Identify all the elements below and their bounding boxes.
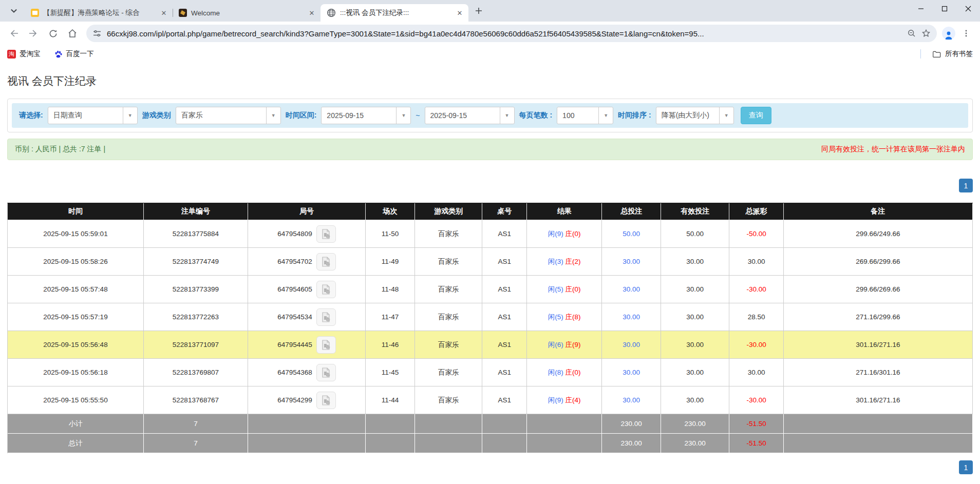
new-tab-button[interactable]: [472, 4, 486, 18]
result-banker: 庄(0): [566, 369, 581, 376]
currency-summary: 币别 : 人民币 | 总共 :7 注单 |: [15, 145, 105, 154]
result-banker: 庄(0): [566, 285, 581, 293]
tab-bet-record[interactable]: :::视讯 会员下注纪录::: ✕: [321, 4, 468, 22]
select-label: 请选择:: [19, 111, 43, 120]
cell-remark: 301.16/271.16: [784, 386, 973, 414]
person-icon: [944, 30, 954, 40]
profile-avatar[interactable]: [942, 27, 955, 40]
bookmark-star-icon[interactable]: [921, 29, 931, 38]
game-type-select[interactable]: 百家乐 ▼: [176, 107, 281, 124]
cell-table-no: AS1: [482, 331, 526, 359]
tab-forum[interactable]: 【新提醒】海燕策略论坛 - 综合 ✕: [25, 4, 173, 22]
chevron-down-icon: ▼: [719, 107, 733, 124]
video-replay-button[interactable]: [316, 225, 336, 243]
cell-total-bet[interactable]: 30.00: [602, 359, 661, 386]
video-replay-button[interactable]: [316, 392, 336, 409]
address-bar[interactable]: 66cxkj98.com/ipl/portal.php/game/betreco…: [86, 25, 937, 42]
cell-game: 百家乐: [415, 248, 483, 276]
col-round: 局号: [248, 203, 366, 220]
back-button[interactable]: [5, 25, 23, 42]
close-window-button[interactable]: [956, 0, 980, 17]
cell-valid-bet: 50.00: [661, 220, 729, 248]
video-replay-button[interactable]: [316, 281, 336, 298]
cell-remark: 299.66/269.66: [784, 276, 973, 303]
date-to-select[interactable]: 2025-09-15 ▼: [425, 107, 515, 124]
url-text[interactable]: 66cxkj98.com/ipl/portal.php/game/betreco…: [107, 29, 902, 38]
empty-cell: [527, 434, 602, 453]
cell-round: 647954534: [248, 303, 366, 331]
cell-time: 2025-09-15 05:56:48: [8, 331, 144, 359]
cell-total-bet[interactable]: 30.00: [602, 276, 661, 303]
tab-close-icon[interactable]: ✕: [307, 8, 316, 17]
tab-close-icon[interactable]: ✕: [455, 8, 464, 17]
bookmark-baidu[interactable]: 百度一下: [54, 49, 94, 59]
page-size-select[interactable]: 100 ▼: [557, 107, 613, 124]
video-replay-button[interactable]: [316, 308, 336, 326]
cell-remark: 271.16/299.66: [784, 303, 973, 331]
cell-payout: -30.00: [729, 386, 783, 414]
minimize-button[interactable]: [909, 0, 933, 17]
chevron-down-icon: ▼: [266, 107, 280, 124]
tab-search-button[interactable]: [6, 3, 22, 18]
chevron-down-icon: [9, 6, 18, 15]
cell-total-bet[interactable]: 30.00: [602, 248, 661, 276]
tab-close-icon[interactable]: ✕: [159, 8, 168, 17]
cell-bet-id: 522813769807: [144, 359, 248, 386]
cell-total-bet[interactable]: 50.00: [602, 220, 661, 248]
taobao-icon: 淘: [7, 50, 16, 59]
bookmark-label: 百度一下: [66, 49, 94, 59]
date-from-select[interactable]: 2025-09-15 ▼: [321, 107, 411, 124]
zoom-icon[interactable]: [907, 29, 916, 38]
round-number: 647954702: [277, 257, 312, 265]
query-button[interactable]: 查询: [741, 107, 771, 124]
cell-payout: 30.00: [729, 248, 783, 276]
maximize-button[interactable]: [933, 0, 956, 17]
all-bookmarks[interactable]: 所有书签: [920, 49, 973, 59]
cell-payout: -50.00: [729, 220, 783, 248]
maximize-icon: [941, 6, 948, 12]
page-1-button[interactable]: 1: [959, 460, 973, 474]
chevron-down-icon: ▼: [500, 107, 514, 124]
browser-menu-button[interactable]: [957, 25, 975, 42]
query-type-select[interactable]: 日期查询 ▼: [48, 107, 138, 124]
grand-total-label: 总计: [8, 434, 144, 453]
cell-total-bet[interactable]: 30.00: [602, 386, 661, 414]
cell-session: 11-44: [366, 386, 415, 414]
home-button[interactable]: [64, 25, 81, 42]
col-remark: 备注: [784, 203, 973, 220]
subtotal-count: 7: [144, 414, 248, 434]
cell-result: 闲(5) 庄(0): [527, 276, 602, 303]
cell-game: 百家乐: [415, 303, 483, 331]
empty-cell: [527, 414, 602, 434]
cell-bet-id: 522813768767: [144, 386, 248, 414]
page-content: 视讯 会员下注纪录 请选择: 日期查询 ▼ 游戏类别 百家乐 ▼ 时间区间: 2…: [0, 74, 980, 474]
table-row: 2025-09-15 05:57:19 522813772263 6479545…: [8, 303, 973, 331]
page-size-label: 每页笔数 :: [519, 111, 553, 120]
round-number: 647954299: [277, 396, 312, 403]
cell-total-bet[interactable]: 30.00: [602, 331, 661, 359]
tilde-separator: ~: [416, 111, 420, 120]
cell-time: 2025-09-15 05:57:19: [8, 303, 144, 331]
bookmark-taobao[interactable]: 淘 爱淘宝: [7, 49, 41, 59]
video-replay-button[interactable]: [316, 364, 336, 381]
reload-button[interactable]: [44, 25, 62, 42]
window-controls: [909, 0, 980, 17]
col-session: 场次: [366, 203, 415, 220]
cell-total-bet[interactable]: 30.00: [602, 303, 661, 331]
sort-select[interactable]: 降冪(由大到小) ▼: [656, 107, 734, 124]
result-banker: 庄(2): [566, 258, 581, 265]
empty-cell: [415, 434, 483, 453]
cell-payout: 28.50: [729, 303, 783, 331]
cell-remark: 301.16/271.16: [784, 331, 973, 359]
cell-result: 闲(3) 庄(2): [527, 248, 602, 276]
video-replay-button[interactable]: [316, 253, 336, 270]
cell-session: 11-49: [366, 248, 415, 276]
tab-welcome[interactable]: Welcome ✕: [173, 4, 321, 22]
browser-tab-strip: 【新提醒】海燕策略论坛 - 综合 ✕ Welcome ✕ :::视讯 会员下注纪…: [0, 0, 980, 22]
cell-game: 百家乐: [415, 386, 483, 414]
site-settings-icon: [92, 29, 102, 38]
table-row: 2025-09-15 05:59:01 522813775884 6479548…: [8, 220, 973, 248]
page-1-button[interactable]: 1: [959, 179, 973, 192]
video-replay-button[interactable]: [316, 336, 336, 354]
forward-button[interactable]: [25, 25, 42, 42]
